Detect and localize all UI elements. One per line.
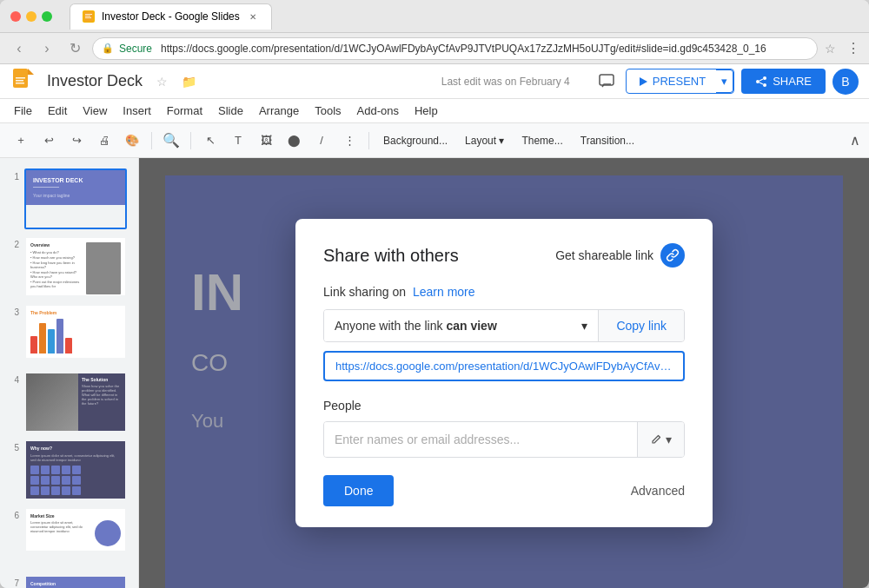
url-box[interactable]: https://docs.google.com/presentation/d/1… [323,351,685,381]
svg-marker-5 [28,69,34,75]
forward-button[interactable]: › [36,41,57,56]
paint-format-button[interactable]: 🎨 [120,129,144,153]
link-sharing-label: Link sharing on [323,285,406,299]
line-tool[interactable]: / [309,129,334,153]
present-dropdown-button[interactable]: ▾ [716,69,733,93]
slide-image-5: Why now? Lorem ipsum dolor sit amet, con… [24,439,127,500]
people-input[interactable] [324,422,637,457]
back-button[interactable]: ‹ [9,41,30,56]
folder-icon[interactable]: 📁 [182,75,196,89]
slide-number-3: 3 [7,307,19,317]
pencil-button[interactable]: ▾ [637,422,684,457]
background-button[interactable]: Background... [376,131,454,150]
slide1-title: INVESTOR DECK [33,177,118,183]
slide6-title: Market Size [30,513,91,519]
add-slide-button[interactable]: + [9,129,33,153]
link-dropdown-icon: ▾ [581,319,587,333]
slide2-bullet2: • How much are you raising? [30,255,83,260]
svg-rect-9 [600,75,614,85]
slide6-text: Lorem ipsum dolor sit amet, consectetur … [30,520,91,533]
slide4-content: The Solution Show how you solve the prob… [78,373,125,433]
menu-addons[interactable]: Add-ons [350,102,406,120]
toolbar-separator-2 [190,132,191,149]
slide-thumbnail-4[interactable]: 4 The Solution Show how you solve the pr… [0,368,138,436]
slide2-bullet5: • Point out the major milestones you had… [30,280,83,288]
avatar[interactable]: B [833,69,859,95]
bookmark-icon[interactable]: ☆ [825,42,836,56]
slide5-grid [30,466,121,495]
more-options-icon[interactable]: ⋮ [846,40,860,56]
collapse-toolbar-button[interactable]: ∧ [850,132,860,149]
reload-button[interactable]: ↻ [64,40,85,56]
modal-title: Share with others [323,246,459,266]
slide-thumbnail-3[interactable]: 3 The Problem [0,301,138,368]
tab-title: Investor Deck - Google Slides [102,10,240,23]
slides-toolbar: + ↩ ↪ 🖨 🎨 🔍 ↖ T 🖼 ⬤ / ⋮ Background... La… [0,123,869,158]
traffic-lights [10,11,52,22]
zoom-button[interactable]: 🔍 [159,129,183,153]
slide1-line [33,187,59,188]
slide2-bullet4: • How much have you raised? Who are you? [30,270,83,279]
copy-link-button[interactable]: Copy link [598,310,684,341]
close-button[interactable] [10,11,21,22]
secure-label: Secure [119,43,152,55]
advanced-link[interactable]: Advanced [631,484,685,498]
titlebar: Investor Deck - Google Slides ✕ [0,0,869,33]
print-button[interactable]: 🖨 [92,129,116,153]
minimize-button[interactable] [26,11,36,22]
more-tools[interactable]: ⋮ [337,129,362,153]
select-tool[interactable]: ↖ [198,129,222,153]
slide2-bullet3: • How long have you been in business? [30,261,83,269]
shapes-tool[interactable]: ⬤ [282,129,306,153]
redo-button[interactable]: ↪ [64,129,89,153]
slide-number-5: 5 [7,443,19,453]
slide-thumbnail-5[interactable]: 5 Why now? Lorem ipsum dolor sit amet, c… [0,436,138,504]
svg-rect-1 [85,14,92,15]
text-tool[interactable]: T [226,129,250,153]
svg-marker-10 [640,77,647,86]
slide-number-6: 6 [7,511,19,520]
menu-help[interactable]: Help [408,102,445,120]
slide-thumbnail-2[interactable]: 2 Overview • What do you do? • How much … [0,233,138,301]
done-button[interactable]: Done [323,475,394,506]
get-shareable-link[interactable]: Get shareable link [555,243,685,268]
tab-bar: Investor Deck - Google Slides ✕ [70,3,859,30]
slide-image-1: INVESTOR DECK Your impact tagline [24,168,127,229]
slide-thumbnail-6[interactable]: 6 Market Size Lorem ipsum dolor sit amet… [0,504,138,571]
learn-more-link[interactable]: Learn more [413,285,475,299]
link-permission-bold: can view [446,319,496,333]
people-input-row: ▾ [323,421,685,458]
svg-rect-8 [16,83,24,84]
share-button[interactable]: SHARE [741,69,826,94]
menu-view[interactable]: View [76,102,114,120]
slide-thumbnail-7[interactable]: 7 Competition [0,571,138,588]
slide2-bullet1: • What do you do? [30,250,83,254]
menu-edit[interactable]: Edit [41,102,74,120]
slide4-text1: Show how you solve the problem you ident… [82,384,122,393]
menu-format[interactable]: Format [160,102,209,120]
menu-slide[interactable]: Slide [211,102,250,120]
last-edit: Last edit was on February 4 [441,76,570,88]
menu-file[interactable]: File [7,102,39,120]
maximize-button[interactable] [42,11,52,22]
menu-insert[interactable]: Insert [116,102,158,120]
address-input[interactable]: 🔒 Secure https://docs.google.com/present… [92,37,818,60]
image-tool[interactable]: 🖼 [254,129,278,153]
link-row: Anyone with the link can view ▾ Copy lin… [323,309,685,342]
slide-thumbnail-1[interactable]: 1 INVESTOR DECK Your impact tagline [0,165,138,233]
undo-button[interactable]: ↩ [36,129,61,153]
transition-button[interactable]: Transition... [574,131,641,150]
comments-icon[interactable] [594,69,619,94]
menu-tools[interactable]: Tools [308,102,348,120]
present-button[interactable]: PRESENT [627,69,716,93]
tab-close-icon[interactable]: ✕ [247,10,259,23]
link-permission-select[interactable]: Anyone with the link can view ▾ [324,310,598,341]
active-tab[interactable]: Investor Deck - Google Slides ✕ [70,3,272,30]
theme-button[interactable]: Theme... [514,131,569,150]
layout-button[interactable]: Layout ▾ [458,131,511,150]
star-icon[interactable]: ☆ [156,75,168,89]
toolbar-right: PRESENT ▾ SHARE B [594,69,859,95]
slide-image-3: The Problem [24,304,127,365]
slide3-title: The Problem [30,310,121,315]
menu-arrange[interactable]: Arrange [252,102,306,120]
